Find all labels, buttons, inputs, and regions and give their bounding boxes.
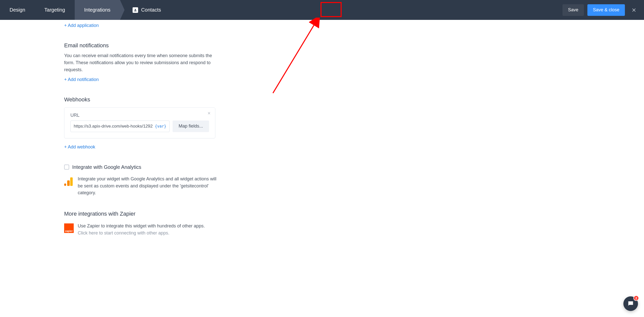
zapier-title: More integrations with Zapier: [64, 211, 644, 217]
chat-icon: [627, 300, 634, 307]
step-breadcrumbs: Design Targeting Integrations Contacts: [0, 0, 171, 20]
zapier-desc-line1: Use Zapier to integrate this widget with…: [78, 223, 205, 230]
tab-label: Targeting: [44, 7, 65, 13]
close-icon: [631, 8, 636, 13]
close-icon: [207, 111, 211, 115]
ga-checkbox[interactable]: [64, 165, 69, 170]
chat-unread-badge: 2: [633, 295, 639, 301]
webhook-url-label: URL: [70, 113, 209, 118]
tab-design[interactable]: Design: [0, 0, 35, 20]
close-button[interactable]: [628, 5, 639, 16]
email-notifications-desc: You can receive email notifications ever…: [64, 52, 220, 73]
ga-title: Integrate with Google Analytics: [72, 164, 141, 170]
tab-label: Design: [10, 7, 25, 13]
tab-label: Contacts: [141, 7, 161, 13]
add-application-link[interactable]: + Add application: [64, 23, 99, 28]
save-close-button[interactable]: Save & close: [587, 4, 625, 16]
tab-integrations[interactable]: Integrations: [75, 0, 120, 20]
map-fields-button[interactable]: Map fields...: [173, 121, 209, 132]
add-webhook-link[interactable]: + Add webhook: [64, 144, 95, 150]
save-button[interactable]: Save: [562, 4, 584, 16]
email-notifications-title: Email notifications: [64, 42, 644, 49]
save-label: Save: [568, 7, 578, 13]
ga-desc: Integrate your widget with Google Analyt…: [78, 176, 219, 197]
save-close-label: Save & close: [593, 7, 619, 13]
webhook-url-input-wrap: {var}: [70, 121, 170, 132]
webhook-card: URL {var} Map fields...: [64, 107, 215, 138]
insert-variable-chip[interactable]: {var}: [155, 124, 166, 129]
zapier-desc-line2: Click here to start connecting with othe…: [78, 230, 205, 237]
webhook-url-input[interactable]: [74, 124, 153, 129]
zapier-icon: zapier: [64, 223, 74, 233]
main-content: + Add application Email notifications Yo…: [0, 20, 644, 247]
tab-targeting[interactable]: Targeting: [35, 0, 74, 20]
person-icon: [133, 7, 138, 13]
top-navbar: Design Targeting Integrations Contacts S…: [0, 0, 644, 20]
tab-contacts[interactable]: Contacts: [120, 0, 171, 20]
google-analytics-icon: [64, 176, 74, 186]
nav-actions: Save Save & close: [562, 4, 639, 16]
webhooks-title: Webhooks: [64, 96, 644, 103]
webhook-remove-button[interactable]: [206, 110, 212, 116]
tab-label: Integrations: [84, 7, 111, 13]
add-notification-link[interactable]: + Add notification: [64, 77, 99, 82]
intercom-chat-button[interactable]: 2: [623, 296, 638, 311]
